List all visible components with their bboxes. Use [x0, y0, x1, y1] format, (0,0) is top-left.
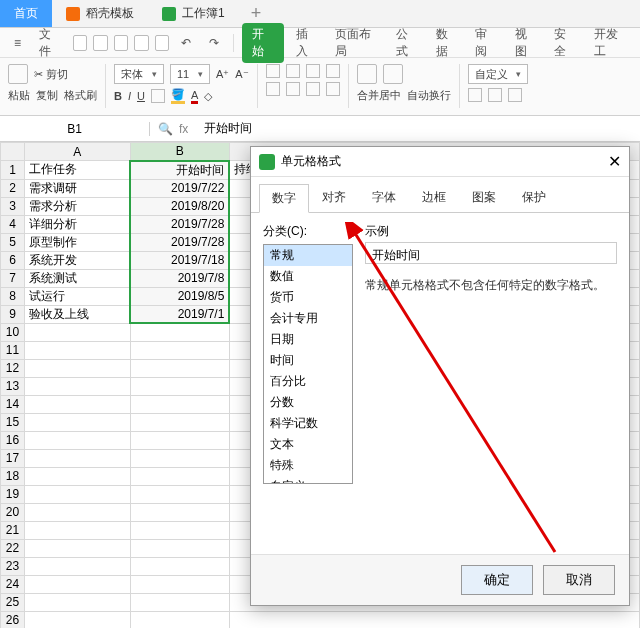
menu-insert[interactable]: 插入 [290, 24, 324, 62]
category-item[interactable]: 特殊 [264, 455, 352, 476]
cell[interactable] [130, 593, 229, 611]
cell[interactable]: 2019/7/1 [130, 305, 229, 323]
cell[interactable] [130, 395, 229, 413]
currency-icon[interactable] [468, 88, 482, 102]
dialog-tab[interactable]: 图案 [459, 183, 509, 212]
row-header[interactable]: 17 [1, 449, 25, 467]
paste-icon[interactable] [8, 64, 28, 84]
row-header[interactable]: 13 [1, 377, 25, 395]
row-header[interactable]: 5 [1, 233, 25, 251]
category-item[interactable]: 数值 [264, 266, 352, 287]
cell[interactable]: 2019/7/8 [130, 269, 229, 287]
cell[interactable] [130, 431, 229, 449]
corner-cell[interactable] [1, 143, 25, 161]
cell[interactable]: 开始时间 [130, 161, 229, 180]
row-header[interactable]: 16 [1, 431, 25, 449]
row-header[interactable]: 9 [1, 305, 25, 323]
cell[interactable] [130, 377, 229, 395]
bold-icon[interactable]: B [114, 90, 122, 102]
menu-formula[interactable]: 公式 [390, 24, 424, 62]
row-header[interactable]: 2 [1, 179, 25, 197]
category-item[interactable]: 常规 [264, 245, 352, 266]
category-item[interactable]: 日期 [264, 329, 352, 350]
cell[interactable]: 2019/7/28 [130, 233, 229, 251]
menu-review[interactable]: 审阅 [469, 24, 503, 62]
row-header[interactable]: 10 [1, 323, 25, 341]
menu-security[interactable]: 安全 [548, 24, 582, 62]
cell[interactable] [24, 539, 130, 557]
align-mid-icon[interactable] [286, 64, 300, 78]
cell[interactable] [130, 359, 229, 377]
align-center-icon[interactable] [286, 82, 300, 96]
autowrap-button[interactable]: 自动换行 [407, 88, 451, 103]
name-box[interactable]: B1 [0, 122, 150, 136]
cell[interactable] [130, 611, 229, 628]
cell[interactable]: 原型制作 [24, 233, 130, 251]
preview-icon[interactable] [155, 35, 170, 51]
row-header[interactable]: 18 [1, 467, 25, 485]
format-painter-button[interactable]: 格式刷 [64, 88, 97, 103]
cell[interactable] [24, 503, 130, 521]
cell[interactable] [24, 377, 130, 395]
fx-lookup-icon[interactable]: 🔍 [158, 122, 173, 136]
category-item[interactable]: 分数 [264, 392, 352, 413]
formula-input[interactable]: 开始时间 [196, 120, 640, 137]
cell[interactable] [24, 611, 130, 628]
category-list[interactable]: 常规数值货币会计专用日期时间百分比分数科学记数文本特殊自定义 [263, 244, 353, 484]
menu-data[interactable]: 数据 [430, 24, 464, 62]
cell[interactable] [24, 467, 130, 485]
cell[interactable] [24, 449, 130, 467]
undo-icon[interactable]: ↶ [175, 34, 197, 52]
cell[interactable]: 需求分析 [24, 197, 130, 215]
highlight-icon[interactable]: ◇ [204, 90, 212, 103]
align-right-icon[interactable] [306, 82, 320, 96]
dialog-tab[interactable]: 字体 [359, 183, 409, 212]
ok-button[interactable]: 确定 [461, 565, 533, 595]
cut-button[interactable]: ✂ 剪切 [34, 67, 68, 82]
border-icon[interactable] [151, 89, 165, 103]
increase-font-icon[interactable]: A⁺ [216, 68, 229, 81]
print-icon[interactable] [134, 35, 149, 51]
category-item[interactable]: 会计专用 [264, 308, 352, 329]
copy-button[interactable]: 复制 [36, 88, 58, 103]
cell[interactable] [24, 557, 130, 575]
cell[interactable] [130, 323, 229, 341]
cell[interactable] [130, 539, 229, 557]
font-select[interactable]: 宋体▾ [114, 64, 164, 84]
cell[interactable] [24, 323, 130, 341]
row-header[interactable]: 23 [1, 557, 25, 575]
row-header[interactable]: 24 [1, 575, 25, 593]
cell[interactable]: 试运行 [24, 287, 130, 305]
cell[interactable] [24, 431, 130, 449]
cell[interactable]: 工作任务 [24, 161, 130, 180]
wrap-icon[interactable] [383, 64, 403, 84]
category-item[interactable]: 货币 [264, 287, 352, 308]
menu-layout[interactable]: 页面布局 [329, 24, 384, 62]
dialog-tab[interactable]: 保护 [509, 183, 559, 212]
align-left-icon[interactable] [266, 82, 280, 96]
cell[interactable] [24, 593, 130, 611]
row-header[interactable]: 11 [1, 341, 25, 359]
paste-button[interactable]: 粘贴 [8, 88, 30, 103]
cell[interactable]: 系统开发 [24, 251, 130, 269]
cell[interactable] [130, 413, 229, 431]
category-item[interactable]: 文本 [264, 434, 352, 455]
fill-color-icon[interactable]: 🪣 [171, 88, 185, 104]
cell[interactable] [24, 395, 130, 413]
menu-start[interactable]: 开始 [242, 23, 284, 63]
italic-icon[interactable]: I [128, 90, 131, 102]
cell[interactable] [130, 575, 229, 593]
row-header[interactable]: 22 [1, 539, 25, 557]
row-header[interactable]: 3 [1, 197, 25, 215]
cell[interactable] [24, 359, 130, 377]
row-header[interactable]: 6 [1, 251, 25, 269]
menu-file[interactable]: 文件 [33, 24, 67, 62]
cell[interactable] [130, 341, 229, 359]
merge-button[interactable]: 合并居中 [357, 88, 401, 103]
open-icon[interactable] [93, 35, 108, 51]
cell[interactable] [130, 557, 229, 575]
new-icon[interactable] [73, 35, 88, 51]
cell[interactable] [130, 503, 229, 521]
cell[interactable]: 验收及上线 [24, 305, 130, 323]
cell[interactable] [130, 467, 229, 485]
